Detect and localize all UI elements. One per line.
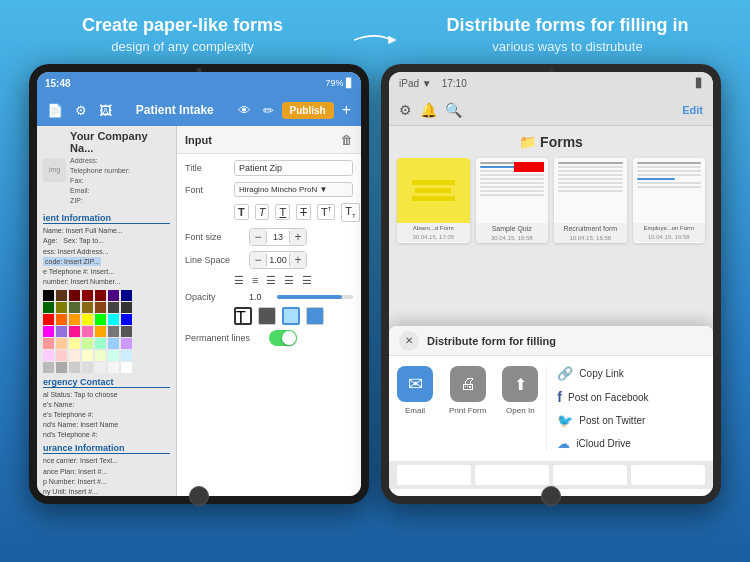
twitter-option[interactable]: 🐦 Post on Twitter (557, 413, 705, 428)
color-swatch[interactable] (95, 338, 106, 349)
color-swatch[interactable] (95, 302, 106, 313)
dist-open-in[interactable]: ⬆ Open In (502, 366, 538, 415)
color-swatch[interactable] (43, 338, 54, 349)
color-swatch[interactable] (121, 350, 132, 361)
color-swatch[interactable] (56, 338, 67, 349)
underline-btn[interactable]: T (275, 204, 290, 220)
color-swatch[interactable] (43, 326, 54, 337)
color-swatch[interactable] (43, 350, 54, 361)
color-swatch[interactable] (82, 302, 93, 313)
align-right-icon[interactable]: ☰ (266, 274, 276, 287)
add-icon[interactable]: + (338, 101, 355, 119)
color-swatch[interactable] (121, 326, 132, 337)
bell-icon[interactable]: 🔔 (420, 102, 437, 118)
color-swatch[interactable] (43, 362, 54, 373)
color-swatch[interactable] (121, 362, 132, 373)
edit-button[interactable]: Edit (682, 104, 703, 116)
home-button-left[interactable] (189, 486, 209, 506)
publish-button[interactable]: Publish (282, 102, 334, 119)
color-swatch[interactable] (121, 290, 132, 301)
form-thumb-sticky[interactable]: Absen...d Form 30.04.15, 17:05 (397, 158, 470, 243)
color-swatch[interactable] (108, 350, 119, 361)
form-thumb-recruitment[interactable]: Recruitment form 10.04.15, 16:58 (554, 158, 627, 243)
image-icon[interactable]: 🖼 (95, 101, 116, 120)
color-swatch[interactable] (69, 362, 80, 373)
font-select[interactable]: Hiragino Mincho ProN ▼ (234, 182, 353, 197)
color-picker[interactable] (43, 290, 133, 373)
bold-btn[interactable]: T (234, 204, 249, 220)
color-swatch[interactable] (121, 314, 132, 325)
search-icon[interactable]: 🔍 (445, 102, 462, 118)
panel-close-icon[interactable]: 🗑 (341, 133, 353, 147)
color-swatch[interactable] (95, 290, 106, 301)
align-center-icon[interactable]: ≡ (252, 274, 258, 286)
color-swatch[interactable] (69, 338, 80, 349)
gear-icon[interactable]: ⚙ (71, 101, 91, 120)
superscript-btn[interactable]: TT (317, 204, 335, 220)
dist-close-button[interactable]: ✕ (399, 331, 419, 351)
color-swatch[interactable] (95, 326, 106, 337)
color-swatch[interactable] (108, 302, 119, 313)
color-swatch[interactable] (82, 290, 93, 301)
form-thumb-small-3[interactable] (553, 465, 627, 485)
color-swatch[interactable] (69, 314, 80, 325)
color-swatch[interactable] (108, 338, 119, 349)
subscript-btn[interactable]: TT (341, 203, 359, 221)
color-swatch[interactable] (121, 338, 132, 349)
copy-link-option[interactable]: 🔗 Copy Link (557, 366, 705, 381)
color-swatch[interactable] (95, 314, 106, 325)
color-swatch[interactable] (56, 290, 67, 301)
color-swatch[interactable] (56, 314, 67, 325)
color-swatch[interactable] (56, 362, 67, 373)
dist-print[interactable]: 🖨 Print Form (449, 366, 486, 415)
color-swatch[interactable] (56, 350, 67, 361)
line-space-plus[interactable]: + (290, 252, 306, 268)
color-swatch[interactable] (43, 302, 54, 313)
color-swatch[interactable] (82, 314, 93, 325)
color-swatch[interactable] (56, 326, 67, 337)
color-swatch[interactable] (82, 350, 93, 361)
form-thumb-small-2[interactable] (475, 465, 549, 485)
facebook-option[interactable]: f Post on Facebook (557, 389, 705, 405)
align-left-icon[interactable]: ☰ (234, 274, 244, 287)
color-swatch[interactable] (108, 326, 119, 337)
italic-btn[interactable]: T (255, 204, 270, 220)
color-text[interactable]: T (234, 307, 252, 325)
color-swatch[interactable] (69, 290, 80, 301)
font-size-minus[interactable]: − (250, 229, 266, 245)
strikethrough-btn[interactable]: T (296, 204, 311, 220)
color-swatch[interactable] (108, 362, 119, 373)
eye-icon[interactable]: 👁 (234, 101, 255, 120)
align-extra-icon[interactable]: ☰ (302, 274, 312, 287)
home-button-right[interactable] (541, 486, 561, 506)
color-swatch[interactable] (121, 302, 132, 313)
opacity-slider[interactable] (277, 295, 353, 299)
align-justify-icon[interactable]: ☰ (284, 274, 294, 287)
form-thumb-small-4[interactable] (631, 465, 705, 485)
dist-email[interactable]: ✉ Email (397, 366, 433, 415)
form-thumb-small-1[interactable] (397, 465, 471, 485)
color-swatch[interactable] (69, 350, 80, 361)
color-swatch[interactable] (108, 290, 119, 301)
color-swatch[interactable] (108, 314, 119, 325)
color-swatch[interactable] (69, 326, 80, 337)
color-bg-dark[interactable] (258, 307, 276, 325)
color-swatch[interactable] (43, 314, 54, 325)
color-swatch[interactable] (56, 302, 67, 313)
form-thumb-quiz[interactable]: Sample Quiz 30.04.15, 16:58 (476, 158, 549, 243)
color-bg-light[interactable] (282, 307, 300, 325)
title-input[interactable]: Patient Zip (234, 160, 353, 176)
pencil-icon[interactable]: ✏ (259, 101, 278, 120)
color-swatch[interactable] (82, 326, 93, 337)
doc-icon[interactable]: 📄 (43, 101, 67, 120)
color-swatch[interactable] (95, 350, 106, 361)
color-swatch[interactable] (82, 338, 93, 349)
settings-icon[interactable]: ⚙ (399, 102, 412, 118)
color-swatch[interactable] (95, 362, 106, 373)
form-thumb-employee[interactable]: Employe...on Form 10.04.15, 16:58 (633, 158, 706, 243)
color-accent[interactable] (306, 307, 324, 325)
perm-lines-toggle[interactable] (269, 330, 297, 346)
icloud-option[interactable]: ☁ iCloud Drive (557, 436, 705, 451)
color-swatch[interactable] (82, 362, 93, 373)
font-size-plus[interactable]: + (290, 229, 306, 245)
